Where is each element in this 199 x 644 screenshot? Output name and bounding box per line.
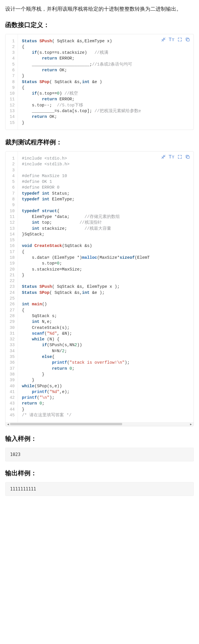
expand-icon[interactable] <box>177 154 182 160</box>
copy-icon[interactable] <box>185 37 190 43</box>
output-sample: 1111111111 <box>5 482 194 496</box>
code-block-interface: Tᴛ 123456789101112131415 Status SPush( S… <box>5 34 194 130</box>
input-sample: 1023 <box>5 448 194 461</box>
font-size-icon[interactable]: Tᴛ <box>169 154 175 160</box>
font-size-icon[interactable]: Tᴛ <box>169 37 175 43</box>
heading-input: 输入样例： <box>5 434 194 443</box>
copy-icon[interactable] <box>185 154 190 160</box>
shrink-icon[interactable] <box>161 37 166 43</box>
expand-icon[interactable] <box>177 37 182 43</box>
svg-rect-1 <box>187 156 189 159</box>
code-content: #include <stdio.h> #include <stdlib.h> #… <box>18 152 194 422</box>
code-toolbar: Tᴛ <box>161 154 190 160</box>
code-block-judge: Tᴛ 1234567891011121314151617181920212223… <box>5 151 194 426</box>
heading-judge: 裁判测试程序样例： <box>5 138 194 147</box>
code-content: Status SPush( SqStack &s,ElemType x) { i… <box>18 34 194 130</box>
line-gutter: 123456789101112131415 <box>5 34 18 130</box>
code-toolbar: Tᴛ <box>161 37 190 43</box>
line-gutter: 1234567891011121314151617181920212223242… <box>5 152 18 422</box>
svg-rect-0 <box>187 39 189 41</box>
horizontal-scrollbar[interactable]: ◄ ► <box>5 422 194 426</box>
scroll-left-arrow[interactable]: ◄ <box>6 423 10 426</box>
shrink-icon[interactable] <box>161 154 166 160</box>
scroll-right-arrow[interactable]: ► <box>189 423 193 426</box>
scrollbar-thumb[interactable] <box>10 423 122 425</box>
problem-intro: 设计一个顺序栈，并利用该顺序栈将给定的十进制整整数转换为二进制输出。 <box>5 5 194 14</box>
heading-output: 输出样例： <box>5 469 194 478</box>
heading-interface: 函数接口定义： <box>5 21 194 29</box>
